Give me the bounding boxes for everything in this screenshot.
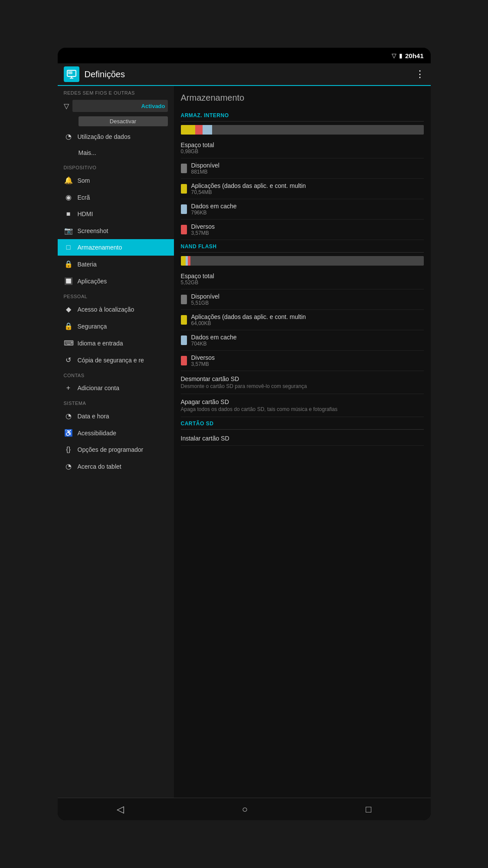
diversos-value: 3,57MB: [191, 230, 424, 236]
sidebar-item-acerca[interactable]: ◔ Acerca do tablet: [58, 458, 174, 475]
sidebar-item-mais[interactable]: Mais...: [58, 145, 174, 161]
sidebar-item-wifi[interactable]: ▽ Activado: [58, 97, 174, 115]
nand-diversos-indicator: [181, 356, 187, 365]
action-apagar[interactable]: Apagar cartão SD Apaga todos os dados do…: [181, 394, 424, 417]
espaco-total-value: 0,98GB: [181, 148, 424, 155]
recents-button[interactable]: □: [357, 800, 380, 819]
content-title: Armazenamento: [181, 93, 424, 103]
sidebar-item-label: HDMI: [78, 210, 93, 217]
desmontar-title: Desmontar cartão SD: [181, 375, 424, 382]
nav-bar: ◁ ○ □: [58, 798, 431, 820]
sidebar-item-label: Utilização de dados: [78, 133, 131, 140]
sidebar-item-label: Acessibilidade: [78, 430, 117, 437]
idioma-icon: ⌨: [64, 339, 73, 347]
sidebar-item-copia[interactable]: ↺ Cópia de segurança e re: [58, 352, 174, 368]
back-button[interactable]: ◁: [108, 800, 133, 819]
sidebar-item-adicionar[interactable]: + Adicionar conta: [58, 380, 174, 396]
sidebar-item-screenshot[interactable]: 📷 Screenshot: [58, 222, 174, 239]
section-label-redes: REDES SEM FIOS E OUTRAS: [58, 86, 174, 97]
internal-espaco-total[interactable]: Espaço total 0,98GB: [181, 138, 424, 158]
bar-apps: [181, 125, 196, 135]
bateria-icon: 🔒: [64, 260, 73, 268]
nand-aplicacoes[interactable]: Aplicações (dados das aplic. e cont. mul…: [181, 310, 424, 330]
nand-espaco-total[interactable]: Espaço total 5,52GB: [181, 269, 424, 289]
hdmi-icon: ■: [64, 210, 73, 218]
sidebar-item-acessibilidade[interactable]: ♿ Acessibilidade: [58, 424, 174, 441]
sidebar-item-ecra[interactable]: ◉ Ecrã: [58, 189, 174, 206]
nand-storage-bar: [181, 256, 424, 266]
home-button[interactable]: ○: [233, 800, 256, 819]
nand-section-header: NAND FLASH: [181, 240, 424, 253]
sidebar-item-idioma[interactable]: ⌨ Idioma e entrada: [58, 335, 174, 352]
device-frame: ▽ ▮ 20h41 Definições ⋮ REDES SEM FIOS E …: [58, 48, 431, 820]
internal-disponivel[interactable]: Disponível 881MB: [181, 158, 424, 179]
wifi-icon: ▽: [64, 102, 69, 110]
nand-aplicacoes-label: Aplicações (dados das aplic. e cont. mul…: [191, 313, 424, 320]
cache-label: Dados em cache: [191, 203, 424, 210]
deactivate-button[interactable]: Desactivar: [79, 116, 168, 126]
sidebar-item-localizacao[interactable]: ◆ Acesso à localização: [58, 301, 174, 318]
acerca-icon: ◔: [64, 462, 73, 470]
nand-disponivel-value: 5,51GB: [191, 300, 424, 306]
sidebar-item-data[interactable]: ◔ Data e hora: [58, 408, 174, 424]
sidebar-item-label: Idioma e entrada: [78, 340, 123, 347]
sidebar-item-label: Acerca do tablet: [78, 463, 121, 470]
internal-diversos[interactable]: Diversos 3,57MB: [181, 220, 424, 240]
action-desmontar[interactable]: Desmontar cartão SD Desmonte o cartão SD…: [181, 371, 424, 394]
content-area: Armazenamento ARMAZ. INTERNO Espaço tota…: [174, 86, 431, 798]
wifi-toggle-bar[interactable]: Activado: [72, 100, 168, 112]
sidebar-item-bateria[interactable]: 🔒 Bateria: [58, 256, 174, 273]
nand-cache-indicator: [181, 335, 187, 345]
wifi-toggle-label: Activado: [141, 103, 165, 109]
som-icon: 🔔: [64, 176, 73, 184]
sidebar-item-som[interactable]: 🔔 Som: [58, 172, 174, 189]
status-time: 20h41: [405, 52, 424, 59]
bluetooth-row[interactable]: Desactivar: [58, 115, 174, 128]
nand-diversos[interactable]: Diversos 3,57MB: [181, 351, 424, 371]
aplicacoes-label: Aplicações (dados das aplic. e cont. mul…: [191, 182, 424, 189]
localizacao-icon: ◆: [64, 305, 73, 313]
apagar-desc: Apaga todos os dados do cartão SD, tais …: [181, 406, 424, 412]
section-label-dispositivo: DISPOSITIVO: [58, 161, 174, 172]
sidebar-item-aplicacoes[interactable]: 🔲 Aplicações: [58, 273, 174, 289]
nand-disponivel-indicator: [181, 295, 187, 304]
aplicacoes-indicator: [181, 184, 187, 194]
bar-cache: [203, 125, 212, 135]
aplicacoes-value: 70,54MB: [191, 189, 424, 195]
copia-icon: ↺: [64, 356, 73, 364]
sd-instalar[interactable]: Instalar cartão SD: [181, 431, 424, 446]
page-title: Definições: [85, 69, 415, 79]
sidebar-item-label: Bateria: [78, 261, 97, 268]
nand-bar-apps: [181, 256, 186, 266]
disponivel-value: 881MB: [191, 169, 424, 175]
screenshot-icon: 📷: [64, 227, 73, 235]
apagar-title: Apagar cartão SD: [181, 398, 424, 405]
nand-diversos-label: Diversos: [191, 354, 424, 361]
sidebar-item-label: Data e hora: [78, 413, 109, 420]
nand-espaco-total-value: 5,52GB: [181, 279, 424, 286]
sidebar-item-hdmi[interactable]: ■ HDMI: [58, 206, 174, 222]
diversos-indicator: [181, 225, 187, 234]
sidebar-item-label: Screenshot: [78, 227, 108, 234]
sidebar-item-programador[interactable]: {} Opções de programador: [58, 441, 174, 458]
battery-icon: ▮: [399, 52, 403, 59]
internal-aplicacoes[interactable]: Aplicações (dados das aplic. e cont. mul…: [181, 179, 424, 199]
sd-section-header: CARTÃO SD: [181, 417, 424, 430]
nand-cache[interactable]: Dados em cache 704KB: [181, 330, 424, 351]
nand-disponivel-label: Disponível: [191, 293, 424, 300]
sidebar-item-armazenamento[interactable]: □ Armazenamento: [58, 239, 174, 256]
svg-rect-3: [68, 71, 72, 74]
nand-aplicacoes-indicator: [181, 315, 187, 325]
nand-disponivel[interactable]: Disponível 5,51GB: [181, 289, 424, 310]
mais-label: Mais...: [79, 149, 96, 156]
sidebar-item-seguranca[interactable]: 🔒 Segurança: [58, 318, 174, 335]
adicionar-icon: +: [64, 384, 73, 392]
sidebar-item-dados[interactable]: ◔ Utilização de dados: [58, 128, 174, 145]
dados-icon: ◔: [64, 132, 73, 141]
internal-cache[interactable]: Dados em cache 796KB: [181, 199, 424, 220]
nand-cache-value: 704KB: [191, 341, 424, 347]
overflow-menu-button[interactable]: ⋮: [415, 69, 425, 80]
bar-misc: [195, 125, 203, 135]
seguranca-icon: 🔒: [64, 322, 73, 330]
sidebar-item-label: Armazenamento: [78, 244, 122, 251]
